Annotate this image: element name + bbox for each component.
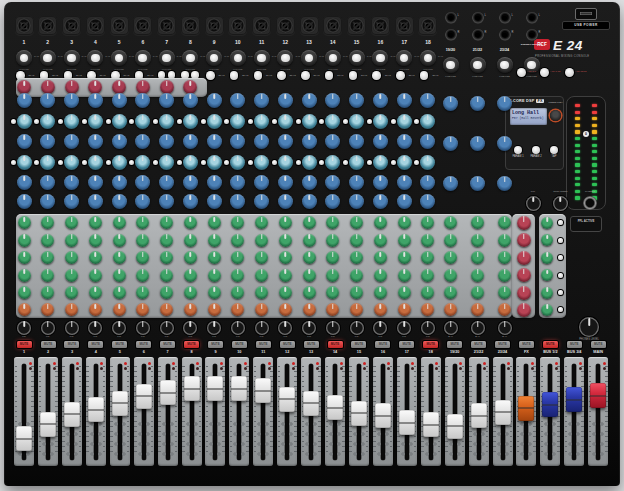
aux-send-knob-2[interactable] xyxy=(498,234,511,247)
eq-knob-lo-mid-freq[interactable] xyxy=(254,155,269,170)
afl-button[interactable] xyxy=(558,255,563,260)
aux-send-knob-2[interactable] xyxy=(184,234,197,247)
aux-send-knob-5[interactable] xyxy=(498,286,511,299)
aux-send-knob-5[interactable] xyxy=(255,286,268,299)
mute-button[interactable]: MUTE xyxy=(208,341,223,348)
eq-knob-lo-mid[interactable] xyxy=(40,175,55,190)
gain-knob[interactable] xyxy=(135,50,151,66)
eq-knob-hi-mid-freq[interactable] xyxy=(183,114,198,129)
eq-knob-lo-mid[interactable] xyxy=(397,175,412,190)
eq-knob-low[interactable] xyxy=(373,194,388,209)
mute-button[interactable]: MUTE xyxy=(256,341,271,348)
aux-send-knob-1[interactable] xyxy=(113,216,126,229)
eq-knob-lo-mid-freq[interactable] xyxy=(135,155,150,170)
aux-send-knob-5[interactable] xyxy=(184,286,197,299)
eq-knob-hi-mid[interactable] xyxy=(278,134,293,149)
eq-knob-hi-mid-freq[interactable] xyxy=(278,114,293,129)
eq-knob-hi-mid-freq[interactable] xyxy=(349,114,364,129)
aux-send-knob-6[interactable] xyxy=(471,303,484,316)
aux-send-knob-6[interactable] xyxy=(444,303,457,316)
mute-button[interactable]: MUTE xyxy=(591,341,606,348)
eq-knob-hi[interactable] xyxy=(302,93,317,108)
control-room-knob[interactable] xyxy=(553,196,568,211)
eq-knob-low[interactable] xyxy=(183,194,198,209)
eq-knob-hi-mid-freq[interactable] xyxy=(64,114,79,129)
stereo-eq-knob[interactable] xyxy=(497,176,512,191)
return-level-knob[interactable] xyxy=(541,269,553,281)
eq-band-button[interactable] xyxy=(177,119,182,124)
aux-send-knob-6[interactable] xyxy=(303,303,316,316)
eq-knob-hi-mid[interactable] xyxy=(112,134,127,149)
eq-knob-lo-mid[interactable] xyxy=(17,175,32,190)
fader-cap[interactable] xyxy=(160,380,176,405)
gain-knob[interactable] xyxy=(16,50,32,66)
eq-knob-hi[interactable] xyxy=(64,93,79,108)
aux-send-knob-1[interactable] xyxy=(65,216,78,229)
fader-cap[interactable] xyxy=(590,383,606,408)
pan-knob[interactable] xyxy=(65,321,79,335)
mute-button[interactable]: MUTE xyxy=(280,341,295,348)
aux-send-knob-1[interactable] xyxy=(279,216,292,229)
aux-send-knob-2[interactable] xyxy=(231,234,244,247)
pan-knob[interactable] xyxy=(183,321,197,335)
eq-knob-hi-mid[interactable] xyxy=(302,134,317,149)
pan-knob[interactable] xyxy=(112,321,126,335)
eq-band-button[interactable] xyxy=(177,160,182,165)
eq-knob-low[interactable] xyxy=(397,194,412,209)
mute-button[interactable]: MUTE xyxy=(423,341,438,348)
aux-send-knob-3[interactable] xyxy=(160,251,173,264)
eq-knob-hi-mid-freq[interactable] xyxy=(325,114,340,129)
dsp-param-button[interactable] xyxy=(532,146,540,154)
gain-knob[interactable] xyxy=(206,50,222,66)
eq-knob-low[interactable] xyxy=(230,194,245,209)
aux-send-knob-3[interactable] xyxy=(208,251,221,264)
mute-button[interactable]: MUTE xyxy=(304,341,319,348)
fader-cap[interactable] xyxy=(303,391,319,416)
pan-knob[interactable] xyxy=(471,321,485,335)
low-cut-button[interactable] xyxy=(396,71,405,80)
aux-send-knob-6[interactable] xyxy=(279,303,292,316)
eq-band-button[interactable] xyxy=(319,160,324,165)
eq-knob-low[interactable] xyxy=(420,194,435,209)
fader-cap[interactable] xyxy=(136,384,152,409)
gain-knob[interactable] xyxy=(325,50,341,66)
mute-button[interactable]: MUTE xyxy=(543,341,558,348)
aux-send-knob-4[interactable] xyxy=(184,269,197,282)
eq-knob-hi-mid[interactable] xyxy=(64,134,79,149)
afl-button[interactable] xyxy=(558,273,563,278)
aux-send-knob-2[interactable] xyxy=(160,234,173,247)
aux-send-knob-3[interactable] xyxy=(184,251,197,264)
eq-knob-hi[interactable] xyxy=(373,93,388,108)
pan-knob[interactable] xyxy=(41,321,55,335)
aux-send-knob-5[interactable] xyxy=(89,286,102,299)
aux-send-knob-4[interactable] xyxy=(65,269,78,282)
eq-band-button[interactable] xyxy=(58,160,63,165)
gain-knob[interactable] xyxy=(111,50,127,66)
aux-send-knob-2[interactable] xyxy=(471,234,484,247)
eq-knob-low[interactable] xyxy=(112,194,127,209)
fader-cap[interactable] xyxy=(447,414,463,439)
aux-send-knob-1[interactable] xyxy=(398,216,411,229)
pfl-level-knob[interactable] xyxy=(526,196,541,211)
fader-cap[interactable] xyxy=(542,392,558,417)
eq-knob-lo-mid-freq[interactable] xyxy=(88,155,103,170)
eq-knob-low[interactable] xyxy=(40,194,55,209)
stereo-eq-knob[interactable] xyxy=(443,136,458,151)
aux-send-knob-2[interactable] xyxy=(303,234,316,247)
headphone-level-knob[interactable] xyxy=(579,317,599,337)
aux-send-knob-4[interactable] xyxy=(255,269,268,282)
aux-send-knob-3[interactable] xyxy=(374,251,387,264)
aux-send-knob-5[interactable] xyxy=(471,286,484,299)
eq-knob-low[interactable] xyxy=(64,194,79,209)
aux-send-knob-4[interactable] xyxy=(374,269,387,282)
eq-knob-lo-mid-freq[interactable] xyxy=(112,155,127,170)
aux-send-knob-3[interactable] xyxy=(279,251,292,264)
afl-button[interactable] xyxy=(558,307,563,312)
eq-knob-hi-mid-freq[interactable] xyxy=(88,114,103,129)
pan-knob[interactable] xyxy=(88,321,102,335)
eq-knob-hi[interactable] xyxy=(17,93,32,108)
eq-knob-hi[interactable] xyxy=(159,93,174,108)
eq-knob-low[interactable] xyxy=(302,194,317,209)
stereo-eq-knob[interactable] xyxy=(470,176,485,191)
pan-knob[interactable] xyxy=(444,321,458,335)
